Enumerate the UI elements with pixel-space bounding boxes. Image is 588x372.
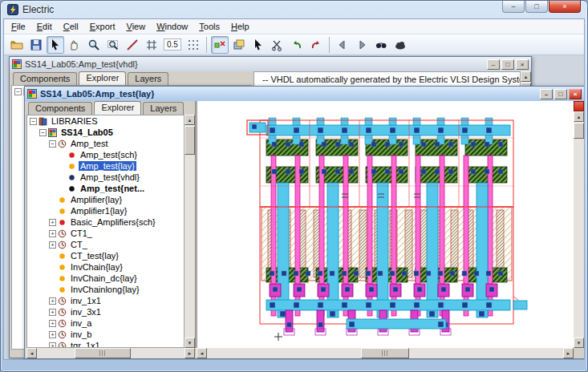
menu-item-help[interactable]: Help [225,20,255,33]
tree-item[interactable]: Amp_test{vhdl} [27,172,184,183]
scroll-thumb[interactable] [75,348,131,358]
scroll-right-button[interactable]: ► [563,348,574,358]
tree-item[interactable]: +tgr_1x1 [27,340,184,348]
tree-item-label[interactable]: CT_test{lay} [69,251,120,261]
zoom-window-button[interactable] [104,36,122,54]
close-button[interactable]: × [549,1,581,13]
expand-box[interactable]: + [49,309,56,316]
select-mode-button[interactable] [47,36,64,54]
tree-item-label[interactable]: inv_a [69,318,93,328]
expand-box[interactable]: + [49,297,56,305]
menu-item-file[interactable]: File [6,20,31,33]
minimize-button[interactable]: – [487,59,500,70]
maximize-button[interactable]: □ [501,59,514,70]
scroll-thumb[interactable] [185,126,195,155]
canvas-vertical-scrollbar[interactable]: ▲ ▼ [574,101,584,348]
scroll-thumb[interactable] [574,123,584,139]
zoom-mode-button[interactable] [85,36,103,54]
scroll-left-button[interactable]: ◄ [26,348,37,358]
vhdl-window-titlebar[interactable]: SS14_Lab05:Amp_test{vhdl} – □ × [10,57,531,71]
alignment-button[interactable] [185,36,202,54]
scroll-down-button[interactable]: ▼ [185,338,195,348]
ports-toggle-button[interactable] [211,36,229,54]
layers-toggle-button[interactable] [230,36,248,54]
collapse-box[interactable]: − [39,129,47,136]
vhdl-tab-components[interactable]: Components [13,72,77,85]
layout-tab-explorer[interactable]: Explorer [94,101,141,115]
tree-item-label[interactable]: LIBRARIES [50,116,99,126]
back-button[interactable] [334,36,351,54]
measure-button[interactable] [124,36,141,54]
tree-item-label[interactable]: InvChainlong{lay} [69,285,141,294]
tree-item[interactable]: −SS14_Lab05 [27,127,184,138]
tree-item[interactable]: +inv_b [27,329,184,340]
pan-mode-button[interactable] [66,36,83,54]
scroll-up-button[interactable]: ▲ [521,71,531,82]
expand-box[interactable]: + [49,230,56,237]
tree-item[interactable]: +CT_ [27,239,184,250]
select-objects-button[interactable] [249,36,267,54]
tree-item[interactable]: Amplifier{lay} [27,194,184,205]
scroll-up-button[interactable]: ▲ [185,115,195,125]
tree-item-label[interactable]: Amp_test{net... [79,184,146,193]
maximize-button[interactable]: □ [525,1,548,13]
menu-item-tools[interactable]: Tools [193,20,225,33]
collapse-cells-button[interactable] [391,36,409,54]
save-button[interactable] [27,36,45,54]
title-bar[interactable]: Electric – □ × [1,1,587,18]
forward-button[interactable] [353,36,371,54]
tree-vertical-scrollbar[interactable]: ▲ ▼ [185,115,195,348]
tree-item[interactable]: +Basic_Amplifiers{sch} [27,216,184,228]
tree-item-label[interactable]: InvChain_dc{lay} [69,273,139,283]
expand-box[interactable]: + [49,331,56,338]
tree-item-label[interactable]: inv_b [69,330,93,339]
tree-item[interactable]: Amplifier1{lay} [27,205,184,216]
collapse-box[interactable]: − [30,118,37,125]
menu-item-view[interactable]: View [121,20,152,33]
tree-item[interactable]: InvChainlong{lay} [27,284,184,295]
tree-item[interactable]: +CT1_ [27,228,184,239]
tree-item-label[interactable]: SS14_Lab05 [59,127,115,137]
scroll-down-button[interactable]: ▼ [574,338,584,348]
expand-cells-button[interactable] [372,36,390,54]
scroll-right-button[interactable]: ► [185,348,195,358]
tree-item-label[interactable]: Amp_test{vhdl} [79,172,141,182]
tree-item[interactable]: +inv_a [27,317,184,329]
layout-canvas[interactable] [197,101,574,348]
layout-tab-components[interactable]: Components [28,102,92,115]
collapse-box[interactable]: − [14,88,22,95]
tree-item-label[interactable]: Amp_test [69,139,109,148]
tree-item-label[interactable]: Amp_test{lay} [79,161,136,171]
vhdl-tab-explorer[interactable]: Explorer [79,71,126,85]
tree-item[interactable]: −LIBRARIES [27,115,184,127]
expand-box[interactable]: + [49,342,56,349]
scroll-up-button[interactable]: ▲ [574,111,584,122]
tree-item[interactable]: +inv_3x1 [27,306,184,317]
tree-item[interactable]: +inv_1x1 [27,295,184,306]
redo-button[interactable] [307,36,325,54]
minimize-button[interactable]: – [502,1,525,13]
expand-box[interactable]: + [49,241,56,249]
tree-item[interactable]: InvChain_dc{lay} [27,273,184,284]
tree-item-label[interactable]: CT1_ [69,228,94,238]
cut-button[interactable] [269,36,286,54]
tree-item-label[interactable]: InvChain{lay} [69,262,124,272]
scroll-left-button[interactable]: ◄ [197,348,207,358]
maximize-button[interactable]: □ [554,89,567,99]
tree-item-label[interactable]: CT_ [69,240,89,249]
tree-item-label[interactable]: tgr_1x1 [69,341,102,348]
close-button[interactable]: × [516,59,529,70]
minimize-button[interactable]: – [540,89,553,99]
vhdl-tab-layers[interactable]: Layers [128,72,168,85]
tree-item[interactable]: Amp_test{net... [27,183,184,194]
scroll-thumb[interactable] [361,348,409,358]
tree-item[interactable]: Amp_test{sch} [27,149,184,160]
expand-box[interactable]: + [49,320,56,327]
tree-item-label[interactable]: Amplifier{lay} [69,195,124,204]
collapse-box[interactable]: − [49,140,56,148]
tree-item[interactable]: −Amp_test [27,138,184,149]
tree-horizontal-scrollbar[interactable]: ◄ ► [26,348,195,358]
canvas-horizontal-scrollbar[interactable]: ◄ ► [197,348,574,358]
expand-box[interactable]: + [49,219,56,226]
open-button[interactable] [8,36,26,54]
